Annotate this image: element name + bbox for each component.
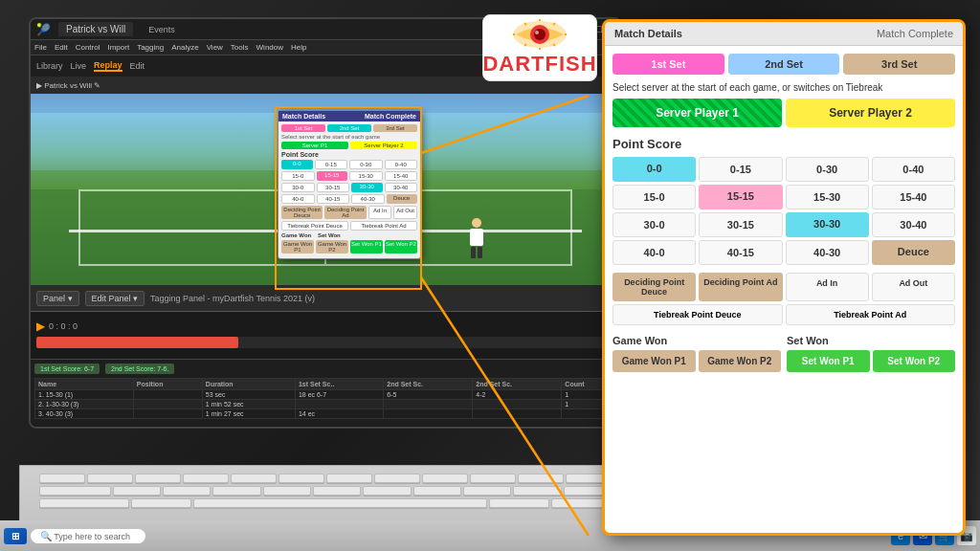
deciding-point-ad[interactable]: Deciding Point Ad — [699, 273, 782, 301]
set-won-p2-btn[interactable]: Set Won P2 — [873, 350, 956, 372]
dartfish-logo: DARTFISH — [482, 14, 597, 81]
key[interactable] — [39, 474, 85, 483]
table-row[interactable]: 2. 1-30-30 (3)1 min 52 sec1 — [35, 400, 616, 409]
key[interactable] — [313, 486, 361, 496]
game-won-p2-btn[interactable]: Game Won P2 — [699, 350, 782, 372]
tab-1st-set[interactable]: 1st Set — [612, 54, 724, 75]
menu-window[interactable]: Window — [256, 43, 283, 52]
tab-3rd-set[interactable]: 3rd Set — [843, 54, 955, 75]
score-30-0[interactable]: 30-0 — [612, 212, 696, 237]
tab-2nd-set[interactable]: 2nd Set — [728, 54, 840, 75]
nav-replay[interactable]: Replay — [94, 60, 122, 72]
key[interactable] — [363, 486, 411, 496]
app-toolbar: Panel ▾ Edit Panel ▾ Tagging Panel - myD… — [31, 285, 620, 312]
score-30-15[interactable]: 30-15 — [699, 212, 782, 237]
score-0-15[interactable]: 0-15 — [699, 157, 782, 182]
table-row[interactable]: 3. 40-30 (3)1 min 27 sec14 ec — [35, 409, 616, 419]
server-buttons: Server Player 1 Server Player 2 — [612, 99, 955, 127]
start-button[interactable]: ⊞ — [4, 528, 27, 544]
score-40-15[interactable]: 40-15 — [699, 240, 782, 265]
score-40-0[interactable]: 40-0 — [612, 240, 696, 265]
window-tab[interactable]: Patrick vs Will — [58, 22, 133, 36]
key[interactable] — [131, 498, 191, 508]
tiebreak-ad[interactable]: Tiebreak Point Ad — [786, 304, 956, 325]
tagging-panel-big[interactable]: Match Details Match Complete 1st Set 2nd… — [602, 19, 966, 536]
taskbar-search[interactable]: 🔍 Type here to search — [31, 529, 145, 543]
key[interactable] — [326, 474, 372, 483]
score-0-30[interactable]: 0-30 — [786, 157, 869, 182]
score-deuce[interactable]: Deuce — [872, 240, 955, 265]
key[interactable] — [413, 486, 461, 496]
key[interactable] — [163, 486, 211, 496]
ad-out[interactable]: Ad Out — [872, 273, 955, 301]
menu-edit[interactable]: Edit — [55, 43, 68, 52]
timeline-bar[interactable] — [36, 337, 614, 348]
nav-edit[interactable]: Edit — [130, 61, 145, 71]
score-15-40[interactable]: 15-40 — [872, 185, 955, 209]
edit-panel-btn[interactable]: Edit Panel ▾ — [85, 291, 145, 306]
player-figure — [467, 218, 486, 256]
menu-help[interactable]: Help — [291, 43, 306, 52]
menu-import[interactable]: Import — [107, 43, 129, 52]
key[interactable] — [278, 474, 324, 483]
key[interactable] — [518, 474, 564, 483]
server-player1-btn[interactable]: Server Player 1 — [612, 99, 782, 127]
score-30-30[interactable]: 30-30 — [786, 212, 869, 237]
col-2ndset2: 2nd Set Sc. — [473, 379, 562, 390]
events-label: Events — [148, 25, 175, 34]
score-15-0[interactable]: 15-0 — [612, 185, 696, 209]
svg-line-10 — [553, 44, 555, 46]
playback-controls: ▶ 0 : 0 : 0 — [36, 320, 614, 333]
key[interactable] — [463, 486, 511, 496]
game-won-group: Game Won Game Won P1 Game Won P2 — [612, 335, 781, 372]
spacebar[interactable] — [193, 498, 487, 508]
player-body — [470, 229, 483, 246]
nav-live[interactable]: Live — [71, 61, 87, 71]
dartfish-eye-icon — [511, 19, 568, 50]
key[interactable] — [374, 474, 420, 483]
menu-view[interactable]: View — [207, 43, 223, 52]
key[interactable] — [39, 498, 129, 508]
key[interactable] — [87, 474, 133, 483]
score-badge-1set: 1st Set Score: 6-7 — [34, 364, 100, 374]
key[interactable] — [513, 486, 561, 496]
tagging-panel-mini[interactable]: Match Details Match Complete 1st Set 2nd… — [278, 110, 421, 259]
play-button[interactable]: ▶ — [36, 320, 45, 333]
key[interactable] — [183, 474, 229, 483]
menu-control[interactable]: Control — [76, 43, 100, 52]
key[interactable] — [263, 486, 311, 496]
deciding-point-deuce[interactable]: Deciding Point Deuce — [612, 273, 696, 301]
data-area[interactable]: 1st Set Score: 6-7 2nd Set Score: 7-6. N… — [31, 360, 620, 429]
panel-btn[interactable]: Panel ▾ — [36, 291, 79, 306]
col-2ndset1: 2nd Set Sc. — [384, 379, 473, 390]
menu-tagging[interactable]: Tagging — [137, 43, 164, 52]
nav-library[interactable]: Library — [36, 61, 63, 71]
timeline-area[interactable]: ▶ 0 : 0 : 0 — [31, 312, 620, 360]
score-40-30[interactable]: 40-30 — [786, 240, 869, 265]
key[interactable] — [470, 474, 516, 483]
server-player2-btn[interactable]: Server Player 2 — [786, 99, 955, 127]
ad-in[interactable]: Ad In — [786, 273, 869, 301]
menu-analyze[interactable]: Analyze — [171, 43, 198, 52]
key[interactable] — [135, 474, 181, 483]
col-position: Position — [133, 379, 202, 390]
score-15-30[interactable]: 15-30 — [786, 185, 869, 209]
game-won-p1-btn[interactable]: Game Won P1 — [612, 350, 696, 372]
score-30-40[interactable]: 30-40 — [872, 212, 955, 237]
key[interactable] — [212, 486, 260, 496]
score-0-0[interactable]: 0-0 — [612, 157, 696, 182]
key[interactable] — [113, 486, 161, 496]
score-0-40[interactable]: 0-40 — [872, 157, 955, 182]
key[interactable] — [422, 474, 468, 483]
table-row[interactable]: 1. 15-30 (1)53 sec18 ec 6-76-54-21 — [35, 390, 616, 400]
key[interactable] — [39, 486, 111, 496]
key[interactable] — [231, 474, 277, 483]
score-15-15[interactable]: 15-15 — [699, 185, 782, 209]
menu-file[interactable]: File — [34, 43, 47, 52]
point-score-title: Point Score — [612, 137, 955, 151]
menu-tools[interactable]: Tools — [231, 43, 249, 52]
breadcrumb: ▶ Patrick vs Will ✎ — [36, 81, 100, 90]
key[interactable] — [489, 498, 549, 508]
tiebreak-deuce[interactable]: Tiebreak Point Deuce — [612, 304, 783, 325]
set-won-p1-btn[interactable]: Set Won P1 — [787, 350, 870, 372]
